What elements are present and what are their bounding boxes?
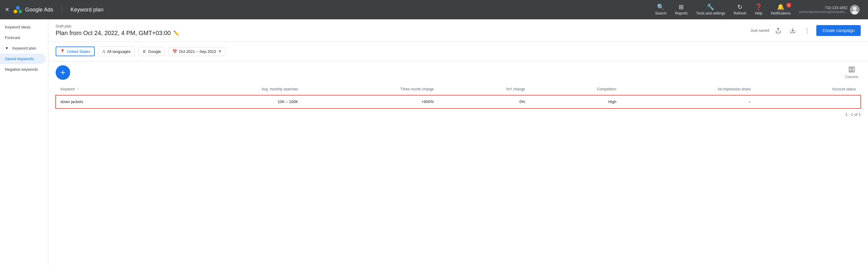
svg-rect-9: [852, 67, 854, 72]
search-nav-button[interactable]: 🔍 Search: [651, 1, 670, 18]
tools-settings-label: Tools and settings: [696, 11, 725, 15]
nav-divider: [62, 5, 62, 14]
table-row[interactable]: down jackets 10K – 100K +900% 0% High –: [56, 95, 861, 108]
cell-account-status: [755, 95, 861, 108]
svg-point-4: [853, 7, 857, 10]
more-options-button[interactable]: ⋮: [802, 25, 813, 36]
notification-badge: 1: [786, 3, 791, 7]
reports-icon: ⊞: [679, 4, 684, 10]
nav-left: ✕ Google Ads Keyword plan: [5, 5, 103, 14]
help-label: Help: [755, 11, 763, 15]
user-menu-button[interactable]: 710-133-1652 yevheniia.khromova@serankin…: [796, 2, 863, 17]
table-area: + Columns Keyword ↑ A: [49, 61, 868, 120]
svg-point-1: [19, 10, 22, 13]
col-header-competition[interactable]: Competition: [530, 84, 621, 95]
app-name-label: Google Ads: [25, 7, 53, 13]
sidebar-item-keyword-ideas[interactable]: Keyword ideas: [0, 22, 46, 32]
help-button[interactable]: ❓ Help: [751, 1, 766, 18]
reports-nav-button[interactable]: ⊞ Reports: [672, 1, 691, 18]
columns-button[interactable]: Columns: [843, 65, 861, 80]
sidebar-item-saved-keywords-label: Saved keywords: [5, 57, 34, 61]
keyword-table: Keyword ↑ Avg. monthly searches Three mo…: [56, 84, 861, 108]
col-header-keyword[interactable]: Keyword ↑: [56, 84, 158, 95]
create-campaign-button[interactable]: Create campaign: [816, 25, 861, 36]
plan-name-text: Plan from Oct 24, 2022, 4 PM, GMT+03:00: [56, 30, 171, 37]
sidebar-item-forecast-label: Forecast: [5, 35, 20, 40]
calendar-icon: 📅: [173, 49, 177, 54]
refresh-button[interactable]: ↻ Refresh: [730, 1, 750, 18]
sidebar-item-saved-keywords[interactable]: Saved keywords: [0, 54, 46, 64]
search-label: Search: [655, 11, 666, 15]
draft-plan-label: Draft plan: [56, 24, 179, 28]
top-nav: ✕ Google Ads Keyword plan 🔍 Search ⊞ Rep…: [0, 0, 868, 19]
network-label: Google: [148, 49, 161, 54]
col-ad-impression-label: Ad impression share: [718, 87, 751, 91]
network-icon: 🖥: [142, 49, 146, 54]
notifications-icon: 🔔: [777, 4, 784, 10]
chevron-down-icon: ▼: [5, 46, 9, 51]
search-icon: 🔍: [657, 4, 664, 10]
share-button[interactable]: [773, 25, 784, 36]
location-icon: 📍: [60, 49, 65, 54]
sort-icon: ↑: [77, 87, 79, 91]
help-icon: ❓: [755, 4, 763, 10]
svg-point-0: [13, 10, 17, 13]
network-filter[interactable]: 🖥 Google: [138, 47, 165, 56]
user-email: yevheniia.khromova@serankin...: [799, 10, 847, 13]
tools-settings-button[interactable]: 🔧 Tools and settings: [692, 1, 729, 18]
col-header-yoy[interactable]: YoY change: [438, 84, 530, 95]
col-avg-monthly-label: Avg. monthly searches: [261, 87, 298, 91]
cell-avg-monthly: 10K – 100K: [158, 95, 303, 108]
cell-ad-impression: –: [621, 95, 755, 108]
col-header-avg-monthly[interactable]: Avg. monthly searches: [158, 84, 303, 95]
notifications-label: Notifications: [771, 11, 790, 15]
logo-icon: [13, 5, 23, 14]
svg-rect-8: [849, 67, 851, 72]
reports-label: Reports: [675, 11, 688, 15]
main-content: Draft plan Plan from Oct 24, 2022, 4 PM,…: [49, 19, 868, 266]
plan-name: Plan from Oct 24, 2022, 4 PM, GMT+03:00 …: [56, 30, 179, 37]
table-body: down jackets 10K – 100K +900% 0% High –: [56, 95, 861, 108]
col-header-account-status[interactable]: Account status: [755, 84, 861, 95]
location-filter[interactable]: 📍 United States: [56, 46, 95, 56]
user-phone: 710-133-1652: [799, 6, 847, 10]
sidebar-item-keyword-plan[interactable]: ▼ Keyword plan: [0, 43, 46, 54]
table-toolbar: + Columns: [56, 61, 861, 84]
sidebar-item-keyword-plan-label: Keyword plan: [12, 46, 36, 51]
filters-bar: 📍 United States 𝐴 All languages 🖥 Google…: [49, 42, 868, 61]
plan-actions: Just saved ⋮ Create campaign: [750, 25, 861, 36]
col-header-three-month[interactable]: Three month change: [303, 84, 438, 95]
nav-right: 🔍 Search ⊞ Reports 🔧 Tools and settings …: [651, 1, 863, 18]
col-yoy-label: YoY change: [506, 87, 525, 91]
notifications-button[interactable]: 🔔 1 Notifications: [767, 1, 794, 18]
col-three-month-label: Three month change: [400, 87, 434, 91]
plan-info: Draft plan Plan from Oct 24, 2022, 4 PM,…: [56, 24, 179, 37]
saved-status: Just saved: [750, 28, 769, 33]
sidebar-item-negative-keywords-label: Negative keywords: [5, 67, 38, 72]
language-label: All languages: [107, 49, 131, 54]
edit-plan-icon[interactable]: ✏️: [173, 30, 179, 36]
language-icon: 𝐴: [102, 49, 105, 54]
user-avatar: [850, 5, 860, 14]
plan-header: Draft plan Plan from Oct 24, 2022, 4 PM,…: [49, 19, 868, 42]
columns-label: Columns: [845, 75, 858, 78]
language-filter[interactable]: 𝐴 All languages: [98, 46, 134, 56]
sidebar-item-negative-keywords[interactable]: Negative keywords: [0, 64, 46, 75]
col-header-ad-impression[interactable]: Ad impression share: [621, 84, 755, 95]
google-ads-logo: Google Ads: [13, 5, 53, 14]
cell-yoy: 0%: [438, 95, 530, 108]
download-button[interactable]: [787, 25, 798, 36]
add-keyword-button[interactable]: +: [56, 65, 70, 80]
date-range-filter[interactable]: 📅 Oct 2021 – Sep 2022 ▼: [168, 47, 226, 56]
sidebar-item-forecast[interactable]: Forecast: [0, 32, 46, 43]
refresh-icon: ↻: [737, 4, 743, 10]
pagination-text: 1 - 1 of 1: [845, 112, 861, 117]
close-button[interactable]: ✕: [5, 6, 9, 13]
dropdown-arrow-icon: ▼: [218, 49, 222, 54]
date-range-label: Oct 2021 – Sep 2022: [179, 49, 216, 54]
sidebar-item-keyword-ideas-label: Keyword ideas: [5, 25, 31, 29]
col-account-status-label: Account status: [832, 87, 856, 91]
cell-keyword: down jackets: [56, 95, 158, 108]
app-body: Keyword ideas Forecast ▼ Keyword plan Sa…: [0, 19, 868, 266]
pagination: 1 - 1 of 1: [56, 108, 861, 120]
